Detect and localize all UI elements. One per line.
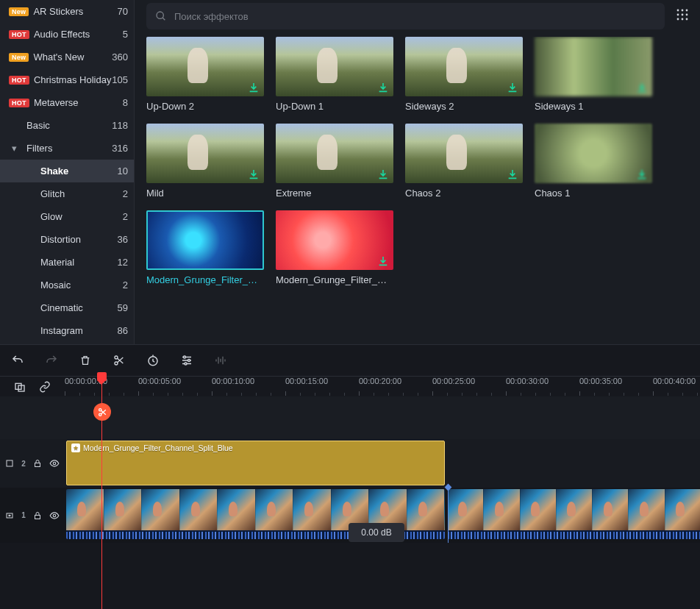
sidebar-item-distortion[interactable]: Distortion36 (0, 228, 134, 251)
search-bar (146, 3, 665, 29)
svg-line-1 (162, 18, 165, 20)
sidebar-item-count: 12 (118, 257, 128, 268)
sidebar-item-ar-stickers[interactable]: NewAR Stickers70 (0, 0, 134, 23)
effect-thumbnail (535, 124, 652, 183)
svg-rect-29 (7, 460, 12, 466)
svg-point-5 (677, 14, 679, 16)
effect-thumbnail (146, 210, 264, 270)
download-icon[interactable] (248, 168, 260, 180)
sidebar-item-label: Cinematic (40, 302, 118, 313)
svg-point-11 (115, 356, 118, 359)
download-icon[interactable] (507, 82, 518, 93)
video-track[interactable]: 1 ▶Обзор на Aerocool Bionic G-WT-v2 ▶Обз… (0, 488, 700, 543)
effect-card[interactable]: Extreme (276, 124, 393, 199)
effect-card[interactable]: Chaos 2 (405, 124, 523, 199)
sidebar-item-glitch[interactable]: Glitch2 (0, 182, 134, 205)
sidebar-item-instagram[interactable]: Instagram86 (0, 319, 134, 342)
badge: HOT (9, 30, 29, 39)
chevron-down-icon: ▾ (12, 143, 22, 154)
search-input[interactable] (174, 11, 656, 22)
sidebar-item-mosaic[interactable]: Mosaic2 (0, 274, 134, 296)
download-icon[interactable] (636, 82, 648, 93)
effect-card[interactable]: Chaos 1 (535, 124, 652, 199)
search-icon (155, 10, 167, 22)
effect-card[interactable]: Sideways 2 (405, 37, 523, 112)
sidebar-item-label: Filters (26, 143, 112, 154)
sidebar-item-count: 316 (112, 143, 128, 154)
lock-icon[interactable] (33, 459, 42, 468)
video-clip[interactable]: ▶Обзор на Aerocool Bionic G-WT-v2 (448, 489, 700, 539)
ruler-tick: 00:00:10:00 (212, 377, 254, 385)
download-icon[interactable] (507, 168, 518, 180)
sidebar-item-basic[interactable]: Basic118 (0, 114, 134, 137)
effect-card[interactable]: Mild (146, 124, 264, 199)
speed-button[interactable] (144, 352, 162, 369)
split-playhead-icon[interactable] (93, 403, 111, 421)
effects-panel: Up-Down 2Up-Down 1Sideways 2Sideways 1Mi… (135, 0, 700, 344)
sidebar-item-label: Distortion (40, 234, 118, 245)
sidebar-item-label: Metaverse (34, 97, 123, 108)
effect-title: Chaos 2 (405, 188, 523, 199)
sidebar-item-label: Glitch (40, 188, 123, 199)
sidebar-item-count: 10 (118, 165, 128, 177)
eye-icon[interactable] (49, 458, 60, 469)
sidebar-item-label: Glow (40, 211, 123, 222)
overlap-mode-icon[interactable] (11, 378, 29, 396)
effect-title: Modern_Grunge_Filter_Channel_Split_Blue (146, 274, 264, 285)
link-icon[interactable] (36, 378, 54, 396)
delete-button[interactable] (76, 352, 94, 369)
clip-boundary-marker[interactable] (448, 488, 449, 543)
adjust-button[interactable] (178, 352, 196, 369)
sidebar[interactable]: NewAR Stickers70HOTAudio Effects5NewWhat… (0, 0, 135, 344)
sidebar-item-cinematic[interactable]: Cinematic59 (0, 296, 134, 319)
playhead[interactable] (101, 377, 102, 609)
sidebar-item-audio-effects[interactable]: HOTAudio Effects5 (0, 23, 134, 46)
effect-title: Up-Down 1 (276, 101, 393, 112)
effect-title: Up-Down 2 (146, 101, 264, 112)
sidebar-item-count: 5 (123, 29, 128, 40)
effects-track[interactable]: 2 ★ Modern_Grunge_Filter_Channel_Split_B… (0, 439, 700, 488)
db-readout[interactable]: 0.00 dB (349, 523, 404, 542)
download-icon[interactable] (377, 255, 389, 267)
sidebar-item-count: 70 (118, 6, 128, 17)
download-icon[interactable] (636, 168, 648, 180)
svg-rect-30 (35, 463, 40, 467)
sidebar-item-material[interactable]: Material12 (0, 251, 134, 274)
effect-clip[interactable]: ★ Modern_Grunge_Filter_Channel_Split_Blu… (66, 441, 445, 485)
effect-card[interactable]: Up-Down 1 (276, 37, 393, 112)
sidebar-item-label: Material (40, 257, 118, 268)
split-button[interactable] (110, 352, 128, 369)
timeline-section: 00:00:00.0000:00:05:0000:00:10:0000:00:1… (0, 344, 700, 609)
sidebar-item-count: 59 (118, 302, 128, 313)
download-icon[interactable] (377, 168, 389, 180)
download-icon[interactable] (248, 82, 260, 93)
audio-wave-button[interactable] (212, 352, 229, 369)
track-id-label: 1 (21, 511, 26, 519)
sidebar-item-christmas-holiday[interactable]: HOTChristmas Holiday105 (0, 68, 134, 91)
effect-clip-label: Modern_Grunge_Filter_Channel_Split_Blue (83, 444, 233, 452)
effect-title: Modern_Grunge_Filter_Channel_Split_Red (276, 274, 393, 285)
effect-card[interactable]: Modern_Grunge_Filter_Channel_Split_Red (276, 210, 393, 285)
redo-button[interactable] (43, 352, 60, 369)
svg-point-9 (682, 18, 684, 21)
sidebar-item-metaverse[interactable]: HOTMetaverse8 (0, 91, 134, 114)
sidebar-item-filters[interactable]: ▾Filters316 (0, 137, 134, 160)
timeline-ruler[interactable]: 00:00:00.0000:00:05:0000:00:10:0000:00:1… (65, 377, 700, 396)
grid-view-toggle-icon[interactable] (674, 1, 691, 28)
sidebar-item-what-s-new[interactable]: NewWhat's New360 (0, 46, 134, 68)
effect-card[interactable]: Modern_Grunge_Filter_Channel_Split_Blue (146, 210, 264, 285)
sidebar-item-glow[interactable]: Glow2 (0, 205, 134, 228)
undo-button[interactable] (9, 352, 26, 369)
svg-point-28 (99, 413, 101, 416)
sidebar-item-shake[interactable]: Shake10 (0, 160, 134, 182)
effect-card[interactable]: Up-Down 2 (146, 37, 264, 112)
eye-icon[interactable] (49, 510, 60, 521)
star-icon: ★ (71, 444, 80, 452)
effect-card[interactable]: Sideways 1 (535, 37, 652, 112)
ruler-tick: 00:00:20:00 (359, 377, 401, 385)
sidebar-item-label: Christmas Holiday (34, 74, 112, 85)
lock-icon[interactable] (33, 511, 42, 520)
svg-point-6 (682, 14, 684, 16)
download-icon[interactable] (377, 82, 389, 93)
effect-thumbnail (146, 124, 264, 183)
